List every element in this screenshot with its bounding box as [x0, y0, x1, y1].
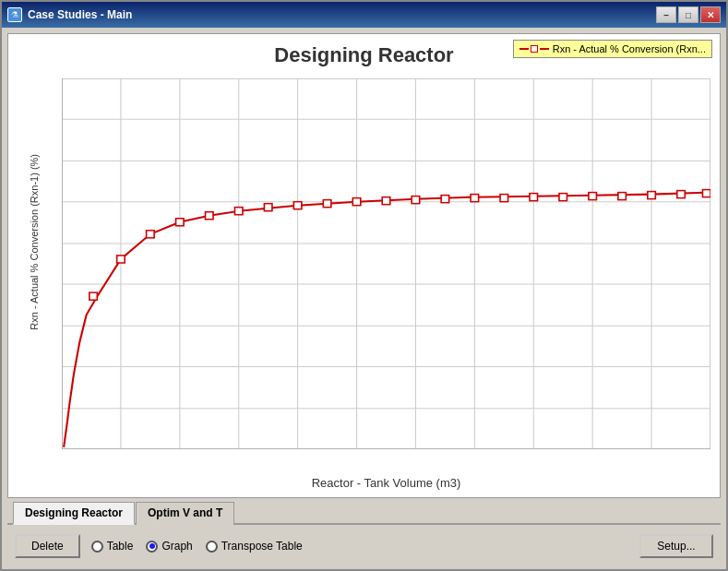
- svg-rect-64: [702, 190, 710, 197]
- window-title: Case Studies - Main: [28, 8, 650, 21]
- svg-rect-50: [293, 202, 302, 209]
- chart-container: Designing Reactor Rxn - Actual % Convers…: [7, 33, 721, 498]
- radio-graph[interactable]: Graph: [146, 540, 192, 553]
- chart-plot-area: 0.0000 5.000 10.00 15.00 20.00 25.00 30.…: [62, 78, 710, 449]
- radio-transpose-table-label: Transpose Table: [221, 540, 303, 553]
- radio-table-circle[interactable]: [91, 541, 103, 553]
- tabs-area: Designing Reactor Optim V and T: [7, 502, 721, 525]
- svg-rect-60: [589, 193, 597, 200]
- main-window: ⚗ Case Studies - Main – □ ✕ Designing Re…: [0, 0, 728, 571]
- svg-rect-55: [441, 196, 449, 203]
- svg-rect-58: [530, 194, 538, 201]
- legend-text: Rxn - Actual % Conversion (Rxn...: [553, 43, 706, 54]
- svg-rect-48: [234, 208, 243, 215]
- svg-rect-59: [559, 194, 567, 201]
- svg-rect-53: [382, 197, 390, 205]
- svg-rect-45: [147, 231, 155, 238]
- chart-legend: Rxn - Actual % Conversion (Rxn...: [513, 40, 712, 58]
- chart-svg: 0.0000 5.000 10.00 15.00 20.00 25.00 30.…: [62, 78, 710, 449]
- content-area: Designing Reactor Rxn - Actual % Convers…: [2, 28, 726, 569]
- svg-rect-0: [62, 78, 710, 449]
- bottom-bar: Delete Table Graph Transpose Table: [7, 529, 721, 564]
- close-button[interactable]: ✕: [700, 6, 721, 23]
- svg-rect-44: [117, 256, 125, 263]
- delete-button[interactable]: Delete: [15, 534, 80, 558]
- radio-graph-circle[interactable]: [146, 541, 158, 553]
- svg-rect-54: [412, 196, 420, 204]
- svg-rect-52: [352, 198, 361, 206]
- tab-row: Designing Reactor Optim V and T: [7, 502, 721, 525]
- x-axis-label-text: Reactor - Tank Volume (m3): [312, 476, 461, 490]
- svg-rect-56: [471, 195, 479, 202]
- x-axis-label: Reactor - Tank Volume (m3): [62, 476, 710, 490]
- radio-transpose-table[interactable]: Transpose Table: [206, 540, 303, 553]
- svg-rect-63: [677, 191, 686, 198]
- setup-button[interactable]: Setup...: [639, 534, 713, 558]
- svg-rect-61: [618, 193, 627, 200]
- legend-line-item: [519, 45, 549, 53]
- svg-rect-47: [206, 212, 214, 220]
- svg-rect-57: [500, 195, 508, 202]
- radio-graph-label: Graph: [161, 540, 192, 553]
- svg-rect-51: [323, 200, 331, 208]
- y-axis-label-container: Rxn - Actual % Conversion (Rxn-1) (%): [8, 34, 59, 449]
- tab-optim-v-and-t[interactable]: Optim V and T: [136, 502, 234, 525]
- tab-designing-reactor[interactable]: Designing Reactor: [13, 502, 135, 525]
- app-icon: ⚗: [7, 7, 22, 22]
- y-axis-label: Rxn - Actual % Conversion (Rxn-1) (%): [29, 154, 40, 330]
- radio-table-label: Table: [107, 540, 134, 553]
- window-controls: – □ ✕: [656, 6, 721, 23]
- radio-table[interactable]: Table: [91, 540, 134, 553]
- svg-rect-46: [176, 219, 185, 226]
- svg-rect-65: [90, 292, 98, 300]
- svg-rect-62: [648, 192, 656, 199]
- maximize-button[interactable]: □: [678, 6, 698, 23]
- radio-transpose-table-circle[interactable]: [206, 541, 218, 553]
- title-bar: ⚗ Case Studies - Main – □ ✕: [2, 2, 726, 28]
- radio-group: Table Graph Transpose Table: [91, 540, 628, 553]
- minimize-button[interactable]: –: [656, 6, 676, 23]
- svg-rect-49: [264, 204, 272, 211]
